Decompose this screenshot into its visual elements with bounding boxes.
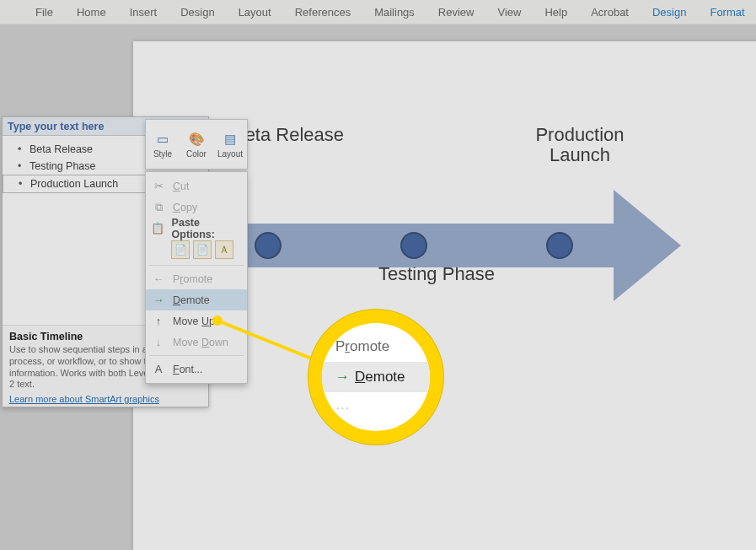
mini-layout-label: Layout [217, 149, 243, 159]
mini-layout-button[interactable]: ▤Layout [213, 120, 247, 169]
font-icon: A [151, 363, 166, 375]
timeline-node-3-label: Production Launch [512, 125, 647, 165]
tab-home[interactable]: Home [65, 0, 118, 24]
style-icon: ▭ [154, 131, 171, 148]
mini-color-label: Color [186, 149, 206, 159]
magnifier-demote: →Demote [322, 362, 430, 392]
tab-insert[interactable]: Insert [118, 0, 169, 24]
tab-acrobat[interactable]: Acrobat [579, 0, 641, 24]
arrow-left-icon: ← [151, 272, 166, 285]
timeline-arrow-head [614, 190, 681, 301]
arrow-down-icon: ↓ [151, 336, 166, 348]
tab-design[interactable]: Design [169, 0, 226, 24]
ctx-demote[interactable]: →Demote [146, 289, 247, 310]
tab-view[interactable]: View [485, 0, 533, 24]
callout-magnifier: Promote →Demote ⋯ [322, 323, 430, 431]
palette-icon: 🎨 [188, 131, 205, 148]
tab-help[interactable]: Help [533, 0, 579, 24]
ctx-copy: ⧉Copy [146, 197, 247, 218]
text-pane-title: Type your text here [8, 121, 104, 132]
context-menu: ✂CCutut ⧉Copy 📋Paste Options: 📄 📄 Ａ ←Pro… [145, 171, 248, 384]
paste-text-only-icon[interactable]: Ａ [215, 240, 233, 259]
ctx-promote: ←Promote [146, 268, 247, 289]
timeline-node-1[interactable] [255, 232, 281, 259]
ctx-paste-options: 📄 📄 Ａ [146, 239, 247, 262]
clipboard-icon: 📋 [151, 222, 165, 235]
tab-references[interactable]: References [283, 0, 362, 24]
tab-smartart-format[interactable]: Format [698, 0, 756, 24]
ctx-paste-options-label: 📋Paste Options: [146, 218, 247, 239]
ctx-font[interactable]: AFont... [146, 359, 247, 380]
mini-style-label: Style [153, 149, 172, 159]
arrow-right-icon: → [335, 369, 350, 385]
text-pane-desc-title: Basic Timeline [9, 331, 83, 342]
timeline-node-2[interactable] [400, 232, 427, 259]
timeline-node-3[interactable] [546, 232, 573, 259]
ctx-move-down: ↓Move Down [146, 332, 247, 353]
separator [149, 355, 244, 356]
layout-icon: ▤ [222, 131, 239, 148]
ctx-paste-header: Paste Options: [172, 217, 240, 240]
arrow-right-icon: → [151, 294, 166, 306]
ribbon: File Home Insert Design Layout Reference… [0, 0, 756, 24]
tab-file[interactable]: File [24, 0, 65, 24]
ctx-cut: ✂CCutut [146, 175, 247, 197]
tab-layout[interactable]: Layout [227, 0, 283, 24]
text-pane-learn-more-link[interactable]: Learn more about SmartArt graphics [9, 394, 159, 404]
tab-review[interactable]: Review [426, 0, 486, 24]
copy-icon: ⧉ [151, 201, 166, 214]
tab-smartart-design[interactable]: Design [641, 0, 698, 24]
mini-color-button[interactable]: 🎨Color [180, 120, 213, 169]
tab-mailings[interactable]: Mailings [362, 0, 426, 24]
paste-keep-source-icon[interactable]: 📄 [171, 240, 190, 259]
mini-toolbar: ▭Style 🎨Color ▤Layout [145, 119, 248, 170]
mini-style-button[interactable]: ▭Style [146, 120, 180, 169]
scissors-icon: ✂ [151, 180, 166, 192]
separator [149, 265, 244, 266]
arrow-up-icon: ↑ [151, 315, 166, 327]
paste-merge-icon[interactable]: 📄 [193, 240, 212, 259]
